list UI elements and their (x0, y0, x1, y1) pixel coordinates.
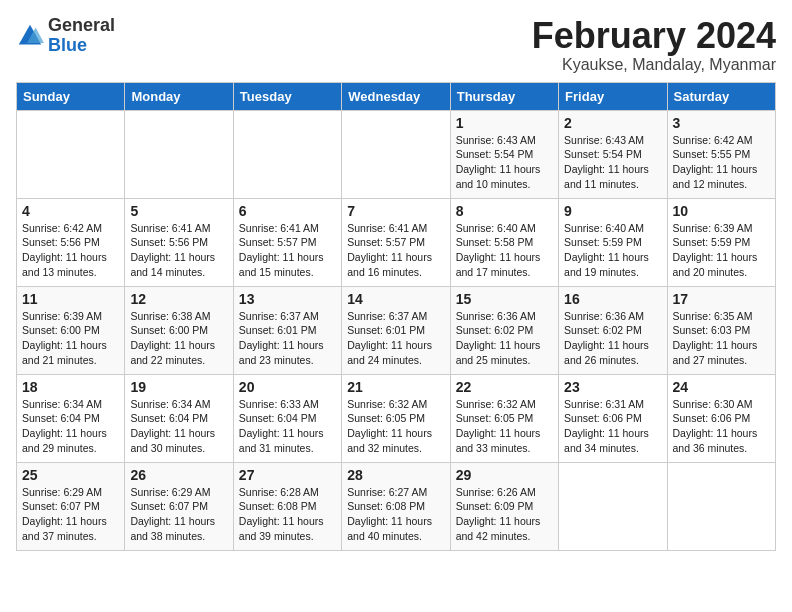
calendar-cell (667, 462, 775, 550)
calendar-cell (17, 110, 125, 198)
calendar-cell: 21Sunrise: 6:32 AM Sunset: 6:05 PM Dayli… (342, 374, 450, 462)
day-number: 16 (564, 291, 661, 307)
page-header: General Blue February 2024 Kyaukse, Mand… (16, 16, 776, 74)
day-number: 23 (564, 379, 661, 395)
day-info: Sunrise: 6:29 AM Sunset: 6:07 PM Dayligh… (130, 485, 227, 544)
calendar-cell: 29Sunrise: 6:26 AM Sunset: 6:09 PM Dayli… (450, 462, 558, 550)
day-info: Sunrise: 6:39 AM Sunset: 6:00 PM Dayligh… (22, 309, 119, 368)
calendar-cell: 5Sunrise: 6:41 AM Sunset: 5:56 PM Daylig… (125, 198, 233, 286)
day-info: Sunrise: 6:36 AM Sunset: 6:02 PM Dayligh… (564, 309, 661, 368)
day-number: 4 (22, 203, 119, 219)
day-number: 1 (456, 115, 553, 131)
calendar-cell: 20Sunrise: 6:33 AM Sunset: 6:04 PM Dayli… (233, 374, 341, 462)
day-info: Sunrise: 6:39 AM Sunset: 5:59 PM Dayligh… (673, 221, 770, 280)
calendar-body: 1Sunrise: 6:43 AM Sunset: 5:54 PM Daylig… (17, 110, 776, 550)
day-number: 12 (130, 291, 227, 307)
day-info: Sunrise: 6:37 AM Sunset: 6:01 PM Dayligh… (347, 309, 444, 368)
week-row-3: 18Sunrise: 6:34 AM Sunset: 6:04 PM Dayli… (17, 374, 776, 462)
day-info: Sunrise: 6:32 AM Sunset: 6:05 PM Dayligh… (347, 397, 444, 456)
day-info: Sunrise: 6:27 AM Sunset: 6:08 PM Dayligh… (347, 485, 444, 544)
day-number: 18 (22, 379, 119, 395)
day-number: 19 (130, 379, 227, 395)
day-info: Sunrise: 6:42 AM Sunset: 5:56 PM Dayligh… (22, 221, 119, 280)
calendar-cell: 1Sunrise: 6:43 AM Sunset: 5:54 PM Daylig… (450, 110, 558, 198)
day-number: 6 (239, 203, 336, 219)
calendar-cell: 14Sunrise: 6:37 AM Sunset: 6:01 PM Dayli… (342, 286, 450, 374)
header-tuesday: Tuesday (233, 82, 341, 110)
day-info: Sunrise: 6:43 AM Sunset: 5:54 PM Dayligh… (456, 133, 553, 192)
calendar-cell: 17Sunrise: 6:35 AM Sunset: 6:03 PM Dayli… (667, 286, 775, 374)
day-info: Sunrise: 6:35 AM Sunset: 6:03 PM Dayligh… (673, 309, 770, 368)
day-info: Sunrise: 6:33 AM Sunset: 6:04 PM Dayligh… (239, 397, 336, 456)
logo-text: General Blue (48, 16, 115, 56)
day-info: Sunrise: 6:41 AM Sunset: 5:56 PM Dayligh… (130, 221, 227, 280)
logo-icon (16, 22, 44, 50)
calendar-cell: 11Sunrise: 6:39 AM Sunset: 6:00 PM Dayli… (17, 286, 125, 374)
day-info: Sunrise: 6:26 AM Sunset: 6:09 PM Dayligh… (456, 485, 553, 544)
day-number: 8 (456, 203, 553, 219)
day-info: Sunrise: 6:34 AM Sunset: 6:04 PM Dayligh… (22, 397, 119, 456)
day-number: 24 (673, 379, 770, 395)
calendar-cell: 25Sunrise: 6:29 AM Sunset: 6:07 PM Dayli… (17, 462, 125, 550)
week-row-2: 11Sunrise: 6:39 AM Sunset: 6:00 PM Dayli… (17, 286, 776, 374)
week-row-4: 25Sunrise: 6:29 AM Sunset: 6:07 PM Dayli… (17, 462, 776, 550)
calendar-cell: 12Sunrise: 6:38 AM Sunset: 6:00 PM Dayli… (125, 286, 233, 374)
day-number: 20 (239, 379, 336, 395)
day-info: Sunrise: 6:36 AM Sunset: 6:02 PM Dayligh… (456, 309, 553, 368)
calendar-cell: 8Sunrise: 6:40 AM Sunset: 5:58 PM Daylig… (450, 198, 558, 286)
header-friday: Friday (559, 82, 667, 110)
calendar-cell: 24Sunrise: 6:30 AM Sunset: 6:06 PM Dayli… (667, 374, 775, 462)
header-wednesday: Wednesday (342, 82, 450, 110)
calendar-cell (233, 110, 341, 198)
calendar-cell: 18Sunrise: 6:34 AM Sunset: 6:04 PM Dayli… (17, 374, 125, 462)
calendar-cell (125, 110, 233, 198)
day-number: 26 (130, 467, 227, 483)
calendar-cell (559, 462, 667, 550)
day-info: Sunrise: 6:30 AM Sunset: 6:06 PM Dayligh… (673, 397, 770, 456)
day-number: 29 (456, 467, 553, 483)
calendar-cell: 4Sunrise: 6:42 AM Sunset: 5:56 PM Daylig… (17, 198, 125, 286)
day-number: 5 (130, 203, 227, 219)
header-monday: Monday (125, 82, 233, 110)
day-number: 22 (456, 379, 553, 395)
day-number: 2 (564, 115, 661, 131)
title-block: February 2024 Kyaukse, Mandalay, Myanmar (532, 16, 776, 74)
calendar-cell: 23Sunrise: 6:31 AM Sunset: 6:06 PM Dayli… (559, 374, 667, 462)
day-info: Sunrise: 6:31 AM Sunset: 6:06 PM Dayligh… (564, 397, 661, 456)
day-number: 21 (347, 379, 444, 395)
day-info: Sunrise: 6:28 AM Sunset: 6:08 PM Dayligh… (239, 485, 336, 544)
day-number: 9 (564, 203, 661, 219)
day-info: Sunrise: 6:38 AM Sunset: 6:00 PM Dayligh… (130, 309, 227, 368)
day-number: 13 (239, 291, 336, 307)
calendar-cell: 26Sunrise: 6:29 AM Sunset: 6:07 PM Dayli… (125, 462, 233, 550)
calendar-cell: 15Sunrise: 6:36 AM Sunset: 6:02 PM Dayli… (450, 286, 558, 374)
calendar-cell: 22Sunrise: 6:32 AM Sunset: 6:05 PM Dayli… (450, 374, 558, 462)
calendar-cell: 19Sunrise: 6:34 AM Sunset: 6:04 PM Dayli… (125, 374, 233, 462)
day-number: 10 (673, 203, 770, 219)
day-number: 14 (347, 291, 444, 307)
week-row-1: 4Sunrise: 6:42 AM Sunset: 5:56 PM Daylig… (17, 198, 776, 286)
day-info: Sunrise: 6:34 AM Sunset: 6:04 PM Dayligh… (130, 397, 227, 456)
day-info: Sunrise: 6:32 AM Sunset: 6:05 PM Dayligh… (456, 397, 553, 456)
calendar-cell: 7Sunrise: 6:41 AM Sunset: 5:57 PM Daylig… (342, 198, 450, 286)
calendar-header: SundayMondayTuesdayWednesdayThursdayFrid… (17, 82, 776, 110)
day-number: 7 (347, 203, 444, 219)
calendar-cell: 16Sunrise: 6:36 AM Sunset: 6:02 PM Dayli… (559, 286, 667, 374)
day-info: Sunrise: 6:29 AM Sunset: 6:07 PM Dayligh… (22, 485, 119, 544)
day-number: 27 (239, 467, 336, 483)
calendar-cell: 2Sunrise: 6:43 AM Sunset: 5:54 PM Daylig… (559, 110, 667, 198)
day-info: Sunrise: 6:43 AM Sunset: 5:54 PM Dayligh… (564, 133, 661, 192)
day-number: 3 (673, 115, 770, 131)
day-info: Sunrise: 6:40 AM Sunset: 5:58 PM Dayligh… (456, 221, 553, 280)
day-number: 25 (22, 467, 119, 483)
logo-blue: Blue (48, 35, 87, 55)
calendar-cell: 10Sunrise: 6:39 AM Sunset: 5:59 PM Dayli… (667, 198, 775, 286)
day-number: 17 (673, 291, 770, 307)
day-info: Sunrise: 6:41 AM Sunset: 5:57 PM Dayligh… (239, 221, 336, 280)
calendar-cell: 28Sunrise: 6:27 AM Sunset: 6:08 PM Dayli… (342, 462, 450, 550)
day-number: 11 (22, 291, 119, 307)
calendar-table: SundayMondayTuesdayWednesdayThursdayFrid… (16, 82, 776, 551)
calendar-cell: 13Sunrise: 6:37 AM Sunset: 6:01 PM Dayli… (233, 286, 341, 374)
calendar-cell: 27Sunrise: 6:28 AM Sunset: 6:08 PM Dayli… (233, 462, 341, 550)
calendar-cell: 6Sunrise: 6:41 AM Sunset: 5:57 PM Daylig… (233, 198, 341, 286)
